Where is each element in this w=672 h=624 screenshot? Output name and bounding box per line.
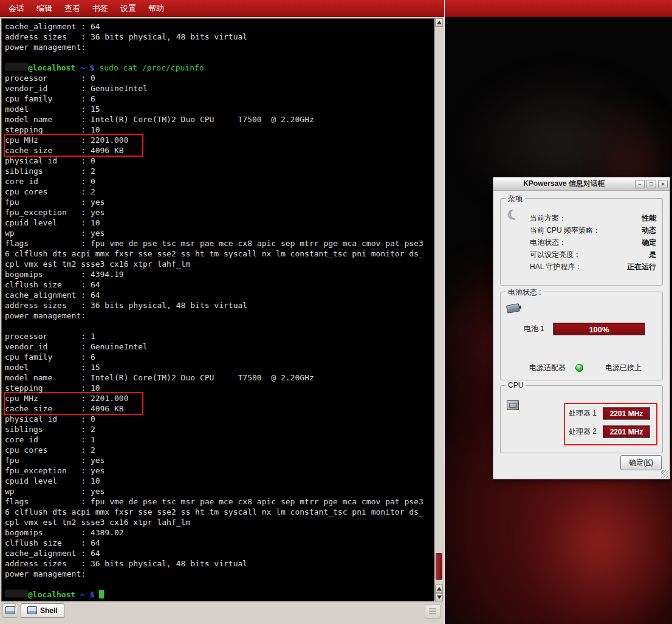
ok-button-label: 确定( [629, 458, 646, 467]
tab-shell-label: Shell [40, 606, 58, 615]
terminal-line: cpu MHz : 2201.000 [5, 135, 142, 145]
terminal-line: core id : 0 [5, 176, 434, 187]
info-value: 性能 [642, 212, 656, 224]
terminal-line: fpu_exception : yes [5, 465, 434, 476]
terminal-line [5, 52, 434, 63]
info-value: 确定 [642, 236, 656, 249]
terminal-line: processor : 1 [5, 331, 434, 341]
window-buttons: −□× [633, 180, 668, 188]
misc-group-legend: 杂项 [506, 194, 525, 204]
scrollbar-thumb[interactable] [436, 553, 442, 580]
terminal-line: flags : fpu vme de pse tsc msr pae mce c… [5, 496, 434, 507]
terminal-line: address sizes : 36 bits physical, 48 bit… [5, 32, 434, 42]
ok-button[interactable]: 确定(K) [620, 455, 662, 470]
arrow-up-icon [437, 587, 442, 591]
terminal-output[interactable]: cache_alignment : 64address sizes : 36 b… [1, 18, 434, 602]
info-value: 正在运行 [627, 261, 656, 273]
minimize-button[interactable]: − [635, 180, 645, 188]
terminal-line: model name : Intel(R) Core(TM)2 Duo CPU … [5, 372, 434, 383]
arrow-down-icon [437, 595, 442, 599]
session-list-button[interactable] [425, 604, 441, 619]
terminal-line: power management: [5, 569, 434, 579]
battery-group: 电池状态 : 电池 1 100% 电源适配器 电源已接上 [500, 292, 663, 380]
cpu-group: CPU 处理器 12201 MHz处理器 22201 MHz [500, 385, 663, 453]
terminal-scrollbar[interactable] [434, 18, 443, 602]
terminal-line [5, 321, 434, 331]
terminal-line: physical id : 0 [5, 156, 434, 166]
info-row: 当前方案：性能 [530, 212, 656, 224]
info-label: 电池状态： [530, 236, 642, 249]
menu-item[interactable]: 会话 [2, 0, 30, 17]
terminal-line: bogomips : 4394.19 [5, 269, 434, 279]
terminal-line: vendor_id : GenuineIntel [5, 83, 434, 94]
terminal-line: stepping : 10 [5, 383, 434, 393]
cpu-group-legend: CPU [506, 381, 526, 389]
redacted-username [5, 590, 28, 597]
terminal-line: clflush size : 64 [5, 538, 434, 548]
info-row: 当前 CPU 频率策略：动态 [530, 224, 656, 236]
terminal-line: cpu cores : 2 [5, 445, 434, 455]
prompt-line: @localhost ~ $ [5, 589, 434, 600]
battery-progressbar: 100% [553, 323, 645, 335]
info-row: HAL 守护程序：正在运行 [530, 261, 656, 273]
dialog-title-bar[interactable]: KPowersave 信息对话框 −□× [493, 177, 670, 191]
terminal-line: siblings : 2 [5, 424, 434, 434]
menu-item[interactable]: 设置 [114, 0, 142, 17]
tab-shell[interactable]: Shell [21, 603, 64, 618]
resize-grip[interactable] [661, 470, 668, 478]
redacted-username [5, 63, 28, 70]
terminal-line: fpu : yes [5, 197, 434, 207]
battery-percent-text: 100% [589, 325, 609, 334]
session-list-icon [429, 608, 436, 614]
terminal-line: wp : yes [5, 228, 434, 238]
menu-item[interactable]: 帮助 [142, 0, 170, 17]
terminal-line: clflush size : 64 [5, 279, 434, 290]
menu-bar: 会话编辑查看书签设置帮助 [0, 0, 444, 17]
info-row: 可以设定亮度：是 [530, 249, 656, 261]
terminal-line: flags : fpu vme de pse tsc msr pae mce c… [5, 238, 434, 249]
misc-info-rows: 当前方案：性能当前 CPU 频率策略：动态电池状态：确定可以设定亮度：是HAL … [501, 199, 662, 273]
terminal-line: cache_alignment : 64 [5, 21, 434, 32]
battery-icon [506, 303, 520, 313]
session-tab-bar: + Shell [0, 602, 444, 619]
ac-status-text: 电源已接上 [605, 363, 642, 373]
new-session-button[interactable]: + [2, 603, 18, 618]
menu-item[interactable]: 查看 [58, 0, 86, 17]
terminal-line: fpu_exception : yes [5, 207, 434, 218]
info-label: 可以设定亮度： [530, 249, 649, 261]
terminal-line: wp : yes [5, 486, 434, 496]
terminal-line: address sizes : 36 bits physical, 48 bit… [5, 300, 434, 310]
scroll-down-button[interactable] [435, 593, 443, 602]
cpu-chip-icon [507, 400, 519, 410]
terminal-line: processor : 0 [5, 73, 434, 83]
battery-group-legend: 电池状态 : [506, 287, 544, 298]
close-button[interactable]: × [658, 180, 668, 188]
typed-command: sudo cat /proc/cpuinfo [99, 63, 204, 72]
terminal-line: cpl vmx est tm2 ssse3 cx16 xtpr lahf_lm [5, 517, 434, 527]
terminal-line: cache size : 4096 KB [5, 145, 142, 156]
terminal-line: power management: [5, 42, 434, 52]
terminal-line: model : 15 [5, 104, 434, 114]
ac-adapter-row: 电源适配器 电源已接上 [529, 363, 642, 373]
desktop-background: KPowersave 信息对话框 −□× 杂项 ☾ 当前方案：性能当前 CPU … [444, 0, 672, 624]
ok-button-accesskey: K [646, 458, 651, 467]
terminal-line: bogomips : 4389.02 [5, 527, 434, 538]
scroll-up-button[interactable] [435, 18, 443, 27]
terminal-line: cache_alignment : 64 [5, 548, 434, 558]
menu-item[interactable]: 编辑 [30, 0, 58, 17]
prompt-line: @localhost ~ $ sudo cat /proc/cpuinfo [5, 63, 434, 73]
maximize-button[interactable]: □ [646, 180, 656, 188]
terminal-line: cpuid level : 10 [5, 218, 434, 228]
terminal-line: vendor_id : GenuineIntel [5, 341, 434, 352]
ok-button-label-suffix: ) [651, 458, 653, 467]
terminal-line: 6 clflush dts acpi mmx fxsr sse sse2 ss … [5, 507, 434, 517]
terminal-line: cpu family : 6 [5, 352, 434, 362]
terminal-window: 会话编辑查看书签设置帮助 cache_alignment : 64address… [0, 0, 444, 624]
menu-item[interactable]: 书签 [86, 0, 114, 17]
terminal-line: cpl vmx est tm2 ssse3 cx16 xtpr lahf_lm [5, 259, 434, 269]
annotation-box-cpu [564, 403, 657, 445]
scroll-up-button-bottom[interactable] [435, 585, 443, 593]
terminal-area: cache_alignment : 64address sizes : 36 b… [1, 18, 443, 602]
terminal-line: address sizes : 36 bits physical, 48 bit… [5, 558, 434, 569]
terminal-line: cpu MHz : 2201.000 [5, 393, 142, 403]
